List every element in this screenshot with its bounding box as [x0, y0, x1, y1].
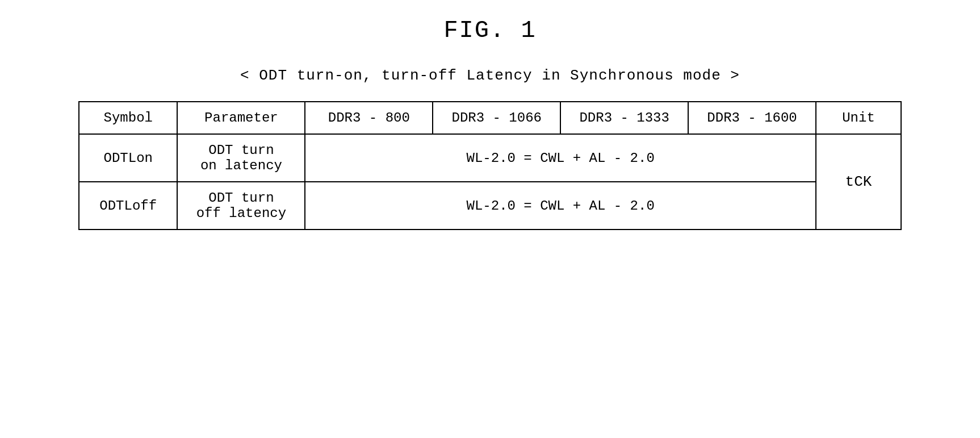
parameter-line1: ODT turn [208, 190, 274, 206]
cell-value-odtlon: WL-2.0 = CWL + AL - 2.0 [305, 134, 816, 182]
cell-unit: tCK [816, 134, 901, 230]
cell-symbol-odtlon: ODTLon [79, 134, 177, 182]
cell-parameter-odtlon: ODT turn on latency [177, 134, 305, 182]
table-row: ODTLon ODT turn on latency WL-2.0 = CWL … [79, 134, 901, 182]
subtitle: < ODT turn-on, turn-off Latency in Synch… [240, 67, 740, 84]
table-header-row: Symbol Parameter DDR3 - 800 DDR3 - 1066 … [79, 102, 901, 134]
parameter-line2: off latency [196, 206, 286, 221]
table-wrapper: Symbol Parameter DDR3 - 800 DDR3 - 1066 … [78, 101, 902, 230]
header-parameter: Parameter [177, 102, 305, 134]
cell-symbol-odtloff: ODTLoff [79, 182, 177, 230]
header-ddr3-800: DDR3 - 800 [305, 102, 433, 134]
header-ddr3-1333: DDR3 - 1333 [560, 102, 688, 134]
parameter-line1: ODT turn [208, 143, 274, 158]
header-symbol: Symbol [79, 102, 177, 134]
header-ddr3-1066: DDR3 - 1066 [433, 102, 560, 134]
cell-parameter-odtloff: ODT turn off latency [177, 182, 305, 230]
cell-value-odtloff: WL-2.0 = CWL + AL - 2.0 [305, 182, 816, 230]
header-unit: Unit [816, 102, 901, 134]
data-table: Symbol Parameter DDR3 - 800 DDR3 - 1066 … [78, 101, 902, 230]
figure-title: FIG. 1 [443, 17, 536, 44]
page-container: FIG. 1 < ODT turn-on, turn-off Latency i… [0, 0, 980, 438]
parameter-line2: on latency [200, 158, 282, 173]
header-ddr3-1600: DDR3 - 1600 [688, 102, 816, 134]
table-row: ODTLoff ODT turn off latency WL-2.0 = CW… [79, 182, 901, 230]
